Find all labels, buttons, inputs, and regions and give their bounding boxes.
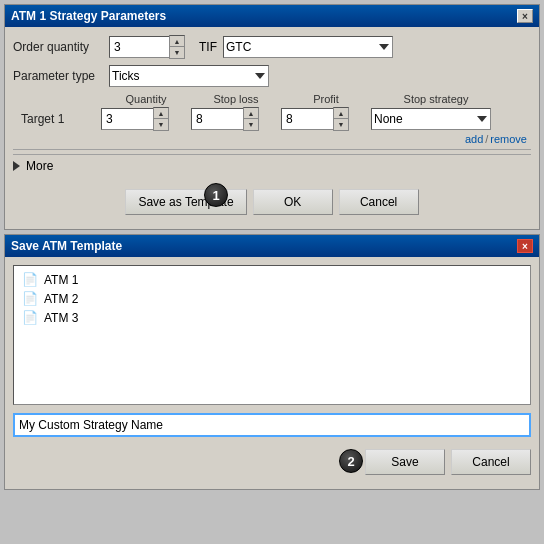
order-quantity-down[interactable]: ▼ — [170, 47, 184, 58]
stop-loss-input[interactable] — [191, 108, 243, 130]
target-qty-down[interactable]: ▼ — [154, 119, 168, 130]
separator-1 — [13, 149, 531, 150]
atm-title-bar: ATM 1 Strategy Parameters × — [5, 5, 539, 27]
save-close-button[interactable]: × — [517, 239, 533, 253]
col-stop-loss: Stop loss — [191, 93, 281, 105]
badge-2: 2 — [339, 449, 363, 473]
add-button[interactable]: add — [465, 133, 483, 145]
save-title-bar: Save ATM Template × — [5, 235, 539, 257]
order-quantity-spinner: ▲ ▼ — [109, 35, 185, 59]
ok-button[interactable]: OK — [253, 189, 333, 215]
col-stop-strategy: Stop strategy — [371, 93, 501, 105]
target-quantity-input[interactable] — [101, 108, 153, 130]
atm-strategy-window: ATM 1 Strategy Parameters × Order quanti… — [4, 4, 540, 230]
tif-select[interactable]: GTC DAY GTD IOC FOK — [223, 36, 393, 58]
stop-strategy-select[interactable]: None — [371, 108, 491, 130]
action-buttons: 1 Save as Template OK Cancel — [13, 185, 531, 221]
more-row[interactable]: More — [13, 154, 531, 177]
target-quantity-btns: ▲ ▼ — [153, 107, 169, 131]
target-row-1: Target 1 ▲ ▼ ▲ ▼ ▲ ▼ — [21, 107, 531, 131]
template-name-3: ATM 3 — [44, 311, 78, 325]
list-item[interactable]: 📄 ATM 3 — [18, 308, 526, 327]
stop-loss-down[interactable]: ▼ — [244, 119, 258, 130]
target-quantity-spinner: ▲ ▼ — [101, 107, 191, 131]
save-window-body: 📄 ATM 1 📄 ATM 2 📄 ATM 3 2 Save Cancel — [5, 257, 539, 489]
save-template-button[interactable]: Save as Template — [125, 189, 246, 215]
grid-header: Quantity Stop loss Profit Stop strategy — [21, 93, 531, 105]
profit-spinner: ▲ ▼ — [281, 107, 371, 131]
profit-btns: ▲ ▼ — [333, 107, 349, 131]
badge-1: 1 — [204, 183, 228, 207]
profit-down[interactable]: ▼ — [334, 119, 348, 130]
add-remove-separator: / — [485, 133, 488, 145]
cancel-button-2[interactable]: Cancel — [451, 449, 531, 475]
doc-icon-2: 📄 — [22, 291, 38, 306]
parameter-type-label: Parameter type — [13, 69, 103, 83]
col-profit: Profit — [281, 93, 371, 105]
order-quantity-label: Order quantity — [13, 40, 103, 54]
stop-loss-btns: ▲ ▼ — [243, 107, 259, 131]
add-remove-row: add / remove — [13, 133, 531, 145]
template-name-1: ATM 1 — [44, 273, 78, 287]
target-1-label: Target 1 — [21, 112, 101, 126]
name-input-row — [13, 413, 531, 437]
save-atm-window: Save ATM Template × 📄 ATM 1 📄 ATM 2 📄 AT… — [4, 234, 540, 490]
save-action-buttons: 2 Save Cancel — [13, 445, 531, 481]
tif-label: TIF — [199, 40, 217, 54]
stop-loss-spinner: ▲ ▼ — [191, 107, 281, 131]
list-item[interactable]: 📄 ATM 1 — [18, 270, 526, 289]
remove-button[interactable]: remove — [490, 133, 527, 145]
col-quantity: Quantity — [101, 93, 191, 105]
save-title: Save ATM Template — [11, 239, 122, 253]
template-list[interactable]: 📄 ATM 1 📄 ATM 2 📄 ATM 3 — [13, 265, 531, 405]
more-triangle-icon — [13, 161, 20, 171]
save-button[interactable]: Save — [365, 449, 445, 475]
profit-up[interactable]: ▲ — [334, 108, 348, 119]
target-qty-up[interactable]: ▲ — [154, 108, 168, 119]
parameter-type-row: Parameter type Ticks Price Percent — [13, 65, 531, 87]
doc-icon-3: 📄 — [22, 310, 38, 325]
atm-window-body: Order quantity ▲ ▼ TIF GTC DAY GTD IOC F… — [5, 27, 539, 229]
cancel-button-1[interactable]: Cancel — [339, 189, 419, 215]
order-quantity-row: Order quantity ▲ ▼ TIF GTC DAY GTD IOC F… — [13, 35, 531, 59]
template-name-2: ATM 2 — [44, 292, 78, 306]
doc-icon-1: 📄 — [22, 272, 38, 287]
list-item[interactable]: 📄 ATM 2 — [18, 289, 526, 308]
profit-input[interactable] — [281, 108, 333, 130]
atm-title: ATM 1 Strategy Parameters — [11, 9, 166, 23]
stop-loss-up[interactable]: ▲ — [244, 108, 258, 119]
order-quantity-spinner-btns: ▲ ▼ — [169, 35, 185, 59]
atm-close-button[interactable]: × — [517, 9, 533, 23]
template-name-input[interactable] — [13, 413, 531, 437]
more-label: More — [26, 159, 53, 173]
order-quantity-input[interactable] — [109, 36, 169, 58]
order-quantity-up[interactable]: ▲ — [170, 36, 184, 47]
parameter-type-select[interactable]: Ticks Price Percent — [109, 65, 269, 87]
